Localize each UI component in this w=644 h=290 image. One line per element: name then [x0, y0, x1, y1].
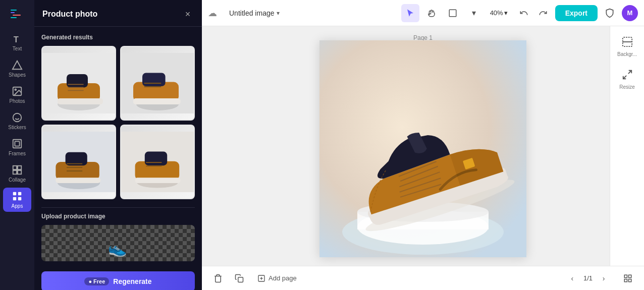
upload-preview-area[interactable]: 👟: [41, 225, 195, 261]
svg-rect-1: [11, 12, 15, 13]
sidebar-item-apps[interactable]: Apps: [3, 188, 31, 212]
svg-rect-16: [18, 170, 21, 174]
resize-icon: [622, 69, 633, 83]
canvas-page[interactable]: [319, 40, 526, 257]
svg-rect-25: [58, 98, 103, 104]
svg-rect-52: [449, 10, 456, 17]
zoom-dropdown-icon: ▾: [504, 9, 508, 17]
page-navigation: ‹ 1/1 ›: [565, 271, 611, 285]
regenerate-label: Regenerate: [113, 277, 151, 285]
page-prev-button[interactable]: ‹: [565, 271, 579, 285]
svg-line-67: [628, 71, 631, 74]
sidebar-item-photos[interactable]: Photos: [3, 83, 31, 107]
svg-rect-24: [67, 74, 88, 87]
regenerate-button[interactable]: ● Free Regenerate: [41, 271, 195, 290]
zoom-control[interactable]: 40% ▾: [486, 7, 512, 19]
svg-line-68: [623, 76, 626, 79]
bottom-bar: Add page ‹ 1/1 ›: [202, 266, 644, 290]
right-panel: Backgr... Resize: [610, 26, 644, 266]
svg-rect-76: [629, 279, 631, 281]
sidebar-item-shapes[interactable]: Shapes: [3, 56, 31, 81]
svg-marker-5: [13, 61, 22, 70]
result-thumbnail-3[interactable]: [41, 125, 116, 199]
avatar[interactable]: M: [622, 5, 638, 21]
doc-title-area[interactable]: Untitled image ▾: [225, 7, 284, 19]
undo-redo-controls: [515, 4, 552, 22]
sidebar-item-stickers[interactable]: Stickers: [3, 109, 31, 133]
svg-rect-47: [145, 152, 167, 166]
export-button[interactable]: Export: [555, 5, 598, 21]
result-thumbnail-2[interactable]: [120, 46, 195, 121]
free-badge-label: Free: [93, 278, 105, 284]
redo-button[interactable]: [534, 4, 552, 22]
svg-rect-69: [238, 277, 243, 282]
svg-rect-20: [18, 197, 21, 200]
resize-panel-item[interactable]: Resize: [613, 65, 642, 94]
svg-rect-74: [629, 275, 631, 277]
svg-text:T: T: [14, 35, 19, 44]
sidebar-item-collage[interactable]: Collage: [3, 161, 31, 186]
panel-title: Product photo: [42, 10, 97, 19]
svg-point-7: [15, 89, 16, 90]
results-grid: [41, 46, 195, 199]
sidebar-item-frames[interactable]: Frames: [3, 135, 31, 159]
panel-content: Generated results: [34, 27, 202, 266]
select-tool-button[interactable]: [401, 4, 419, 22]
canvas-workspace[interactable]: Page 1: [202, 26, 644, 266]
sidebar-item-text[interactable]: T Text: [3, 30, 31, 54]
doc-title: Untitled image: [229, 9, 275, 17]
upload-section-label: Upload product image: [41, 213, 195, 220]
cloud-icon: ☁: [208, 8, 217, 19]
result-thumbnail-1[interactable]: [41, 46, 116, 121]
svg-rect-0: [11, 10, 17, 11]
header-tools: ▾ 40% ▾ Export M: [401, 4, 638, 22]
shield-icon[interactable]: [601, 4, 619, 22]
svg-rect-48: [135, 178, 181, 183]
svg-rect-18: [18, 192, 21, 195]
top-header: ☁ Untitled image ▾ ▾ 40% ▾: [202, 0, 644, 26]
undo-button[interactable]: [515, 4, 533, 22]
free-badge: ● Free: [84, 277, 109, 285]
background-panel-item[interactable]: Backgr...: [613, 32, 642, 61]
section-divider: [41, 207, 195, 208]
add-page-label: Add page: [269, 274, 297, 282]
result-thumbnail-4[interactable]: [120, 125, 195, 199]
background-label: Backgr...: [617, 51, 637, 57]
svg-rect-12: [15, 141, 19, 146]
left-toolbar: T Text Shapes Photos Stickers Frames Col…: [0, 0, 34, 290]
hand-tool-button[interactable]: [422, 4, 441, 22]
frame-dropdown-button[interactable]: ▾: [465, 4, 483, 22]
app-logo[interactable]: [8, 5, 26, 23]
frame-dropdown-icon: ▾: [472, 8, 476, 18]
page-next-button[interactable]: ›: [597, 271, 611, 285]
svg-rect-75: [624, 279, 627, 281]
grid-view-button[interactable]: [620, 270, 636, 286]
svg-rect-32: [142, 73, 166, 86]
svg-rect-15: [13, 170, 17, 174]
zoom-value: 40%: [490, 9, 503, 17]
svg-rect-17: [13, 192, 16, 195]
svg-rect-14: [18, 166, 21, 169]
panel-header: Product photo ×: [34, 0, 202, 27]
svg-rect-73: [624, 275, 627, 277]
svg-rect-11: [13, 140, 22, 148]
svg-rect-2: [13, 15, 21, 16]
main-area: ☁ Untitled image ▾ ▾ 40% ▾: [202, 0, 644, 290]
svg-rect-3: [11, 17, 17, 18]
svg-point-8: [13, 113, 22, 122]
panel-close-button[interactable]: ×: [182, 8, 194, 20]
copy-element-button[interactable]: [231, 270, 247, 286]
panel-footer: ● Free Regenerate Start over: [34, 266, 202, 290]
frame-tool-button[interactable]: [444, 4, 462, 22]
delete-element-button[interactable]: [210, 270, 226, 286]
resize-label: Resize: [619, 84, 635, 90]
free-badge-icon: ●: [88, 278, 92, 284]
generated-results-label: Generated results: [41, 34, 195, 41]
canvas-image: [319, 40, 526, 257]
svg-text:👟: 👟: [108, 240, 127, 258]
side-panel: Product photo × Generated results: [34, 0, 202, 290]
background-icon: [622, 36, 633, 50]
doc-title-dropdown-icon: ▾: [277, 10, 280, 17]
svg-rect-13: [13, 166, 17, 169]
add-page-button[interactable]: Add page: [252, 271, 302, 285]
